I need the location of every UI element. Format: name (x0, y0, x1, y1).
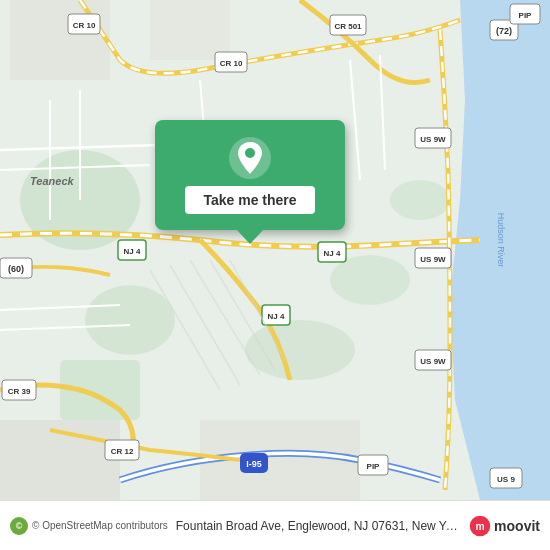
location-pin-icon (228, 136, 272, 180)
svg-text:US 9W: US 9W (420, 357, 446, 366)
svg-text:(60): (60) (8, 264, 24, 274)
svg-text:NJ 4: NJ 4 (124, 247, 141, 256)
svg-rect-8 (10, 0, 110, 80)
svg-text:(72): (72) (496, 26, 512, 36)
moovit-text: moovit (494, 518, 540, 534)
svg-text:CR 39: CR 39 (8, 387, 31, 396)
moovit-logo: m moovit (469, 515, 540, 537)
svg-text:CR 10: CR 10 (73, 21, 96, 30)
svg-point-63 (245, 148, 255, 158)
location-popup: Take me there (155, 120, 345, 230)
svg-text:PIP: PIP (367, 462, 381, 471)
svg-text:Hudson River: Hudson River (496, 213, 506, 268)
svg-text:NJ 4: NJ 4 (324, 249, 341, 258)
svg-text:NJ 4: NJ 4 (268, 312, 285, 321)
osm-icon: © (10, 517, 28, 535)
svg-text:US 9: US 9 (497, 475, 515, 484)
svg-text:m: m (476, 520, 485, 531)
svg-text:CR 12: CR 12 (111, 447, 134, 456)
address-text: Fountain Broad Ave, Englewood, NJ 07631,… (168, 519, 469, 533)
take-me-there-button[interactable]: Take me there (185, 186, 314, 214)
svg-point-5 (245, 320, 355, 380)
popup-container: Take me there (155, 120, 345, 230)
svg-point-7 (390, 180, 450, 220)
svg-text:CR 501: CR 501 (334, 22, 362, 31)
svg-text:CR 10: CR 10 (220, 59, 243, 68)
osm-label: © OpenStreetMap contributors (32, 520, 168, 531)
svg-rect-9 (150, 0, 230, 60)
svg-text:PIP: PIP (519, 11, 533, 20)
map-container: CR 10 CR 10 CR 501 NJ 4 NJ 4 NJ 4 US 9W … (0, 0, 550, 500)
svg-point-3 (85, 285, 175, 355)
moovit-icon: m (469, 515, 491, 537)
svg-text:US 9W: US 9W (420, 255, 446, 264)
osm-logo: © © OpenStreetMap contributors (10, 517, 168, 535)
svg-text:I-95: I-95 (246, 459, 262, 469)
svg-text:US 9W: US 9W (420, 135, 446, 144)
svg-text:Teaneck: Teaneck (30, 175, 75, 187)
bottom-bar: © © OpenStreetMap contributors Fountain … (0, 500, 550, 550)
